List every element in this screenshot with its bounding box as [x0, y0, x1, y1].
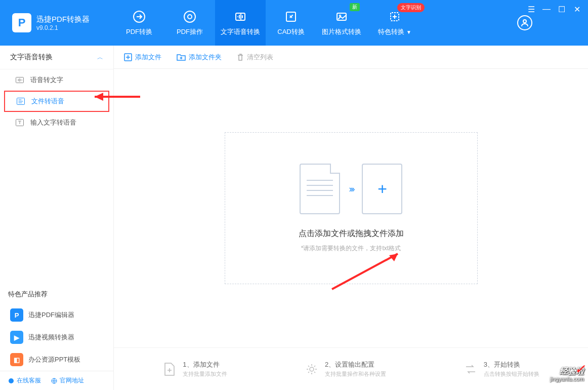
add-folder-button[interactable]: 添加文件夹	[177, 53, 222, 62]
plus-icon: +	[377, 180, 387, 199]
step-config: 2、设置输出配置 支持批量操作和各种设置	[305, 360, 386, 378]
document-icon	[300, 164, 340, 214]
convert-start-icon	[464, 362, 478, 376]
recommend-title: 特色产品推荐	[8, 290, 105, 299]
recommend-section: 特色产品推荐 P 迅捷PDF编辑器 ▶ 迅捷视频转换器 ◧ 办公资源PPT模板	[0, 284, 113, 371]
step-add-file: 1、添加文件 支持批量添加文件	[162, 360, 227, 378]
video-converter-icon: ▶	[10, 331, 23, 344]
nav-label: CAD转换	[277, 27, 304, 36]
header: P 迅捷PDF转换器 v9.0.2.1 PDF转换 PDF操作 文字语音转换 C…	[0, 0, 588, 46]
link-label: 在线客服	[17, 376, 41, 385]
file-plus-icon	[162, 362, 177, 376]
file-edit-icon	[16, 97, 25, 105]
svg-point-15	[310, 367, 314, 371]
nav-pdf-operate[interactable]: PDF操作	[164, 0, 215, 46]
nav-label: 特色转换▼	[378, 27, 411, 36]
nav-pdf-convert[interactable]: PDF转换	[114, 0, 164, 46]
convert-icon	[132, 9, 147, 24]
button-label: 添加文件夹	[189, 53, 222, 62]
svg-point-2	[188, 15, 192, 19]
nav-cad-convert[interactable]: CAD转换	[266, 0, 316, 46]
sidebar-item-label: 语音转文字	[30, 75, 63, 85]
recommend-label: 办公资源PPT模板	[28, 355, 80, 364]
sidebar-item-label: 输入文字转语音	[30, 118, 76, 127]
drop-box: › › › + 点击添加文件或拖拽文件添加 *请添加需要转换的文件，支持txt格…	[225, 132, 478, 284]
steps-bar: 1、添加文件 支持批量添加文件 2、设置输出配置 支持批量操作和各种设置 3、开…	[114, 347, 588, 390]
gear-icon	[305, 362, 319, 376]
recommend-video-converter[interactable]: ▶ 迅捷视频转换器	[8, 326, 105, 348]
app-name: 迅捷PDF转换器	[36, 14, 90, 24]
add-file-button[interactable]: 添加文件	[124, 53, 161, 62]
recommend-label: 迅捷PDF编辑器	[28, 310, 74, 320]
step-sub: 支持批量添加文件	[183, 370, 227, 378]
checkmark-icon: ✓	[575, 363, 585, 376]
drop-graphics: › › › +	[300, 164, 403, 214]
app-version: v9.0.2.1	[36, 24, 90, 31]
window-controls: ☰ — ☐ ✕	[527, 5, 581, 13]
app-logo-icon: P	[12, 13, 31, 32]
nav-special-convert[interactable]: 文字识别 特色转换▼	[367, 0, 423, 46]
drop-title: 点击添加文件或拖拽文件添加	[299, 228, 404, 239]
nav-label: 图片格式转换	[322, 27, 361, 36]
arrow-right-icon: › › ›	[349, 184, 353, 194]
chevron-up-icon: ︿	[97, 53, 103, 62]
svg-point-8	[523, 20, 526, 23]
main-area: 添加文件 添加文件夹 清空列表 › › › +	[114, 46, 588, 390]
nav-text-voice[interactable]: 文字语音转换	[215, 0, 266, 46]
add-target-icon: +	[362, 164, 402, 214]
svg-point-12	[9, 378, 14, 383]
svg-point-1	[184, 11, 195, 22]
ocr-badge: 文字识别	[397, 3, 425, 12]
new-badge: 新	[350, 3, 360, 11]
sidebar-item-voice-to-text[interactable]: 语音转文字	[0, 69, 113, 91]
button-label: 清空列表	[247, 53, 273, 62]
footer-links: 在线客服 官网地址	[0, 371, 113, 390]
step-title: 2、设置输出配置	[325, 360, 386, 369]
menu-icon[interactable]: ☰	[527, 5, 535, 13]
sidebar: 文字语音转换 ︿ 语音转文字 文件转语音 输入文字转语音 特色产品推荐 P 迅捷…	[0, 46, 114, 390]
step-title: 3、开始转换	[484, 360, 539, 369]
minimize-icon[interactable]: —	[542, 5, 551, 13]
sidebar-title: 文字语音转换	[10, 53, 53, 62]
text-input-icon	[15, 119, 24, 127]
sidebar-item-file-to-voice[interactable]: 文件转语音	[4, 91, 109, 112]
sidebar-list: 语音转文字 文件转语音 输入文字转语音	[0, 69, 113, 133]
recommend-ppt-template[interactable]: ◧ 办公资源PPT模板	[8, 348, 105, 371]
clear-list-button[interactable]: 清空列表	[237, 53, 273, 62]
nav-tabs: PDF转换 PDF操作 文字语音转换 CAD转换 新 图片格式转换 文字识别 特…	[114, 0, 423, 46]
button-label: 添加文件	[135, 53, 161, 62]
drop-subtitle: *请添加需要转换的文件，支持txt格式	[301, 244, 401, 253]
sidebar-item-label: 文件转语音	[31, 97, 64, 106]
nav-label: 文字语音转换	[221, 27, 260, 36]
step-sub: 点击转换按钮开始转换	[484, 370, 539, 378]
step-start: 3、开始转换 点击转换按钮开始转换	[464, 360, 539, 378]
sidebar-header[interactable]: 文字语音转换 ︿	[0, 46, 113, 69]
recommend-label: 迅捷视频转换器	[28, 333, 74, 342]
drop-area[interactable]: › › › + 点击添加文件或拖拽文件添加 *请添加需要转换的文件，支持txt格…	[114, 69, 588, 347]
step-sub: 支持批量操作和各种设置	[325, 370, 386, 378]
nav-label: PDF转换	[126, 27, 152, 36]
recommend-pdf-editor[interactable]: P 迅捷PDF编辑器	[8, 304, 105, 326]
user-avatar-icon[interactable]	[517, 15, 532, 30]
online-service-link[interactable]: 在线客服	[8, 376, 41, 385]
waveform-icon	[15, 76, 24, 84]
nav-label: PDF操作	[177, 27, 203, 36]
sidebar-item-input-to-voice[interactable]: 输入文字转语音	[0, 112, 113, 133]
audio-icon	[233, 9, 248, 24]
watermark: ✓ 经验啦 jingyanla.com	[550, 367, 584, 382]
image-icon	[334, 9, 349, 24]
nav-image-convert[interactable]: 新 图片格式转换	[316, 0, 367, 46]
cad-icon	[283, 9, 299, 24]
ppt-template-icon: ◧	[10, 353, 23, 366]
link-label: 官网地址	[60, 376, 84, 385]
gear-circle-icon	[182, 9, 197, 24]
chevron-down-icon: ▼	[406, 29, 411, 35]
official-site-link[interactable]: 官网地址	[51, 376, 84, 385]
logo-block: P 迅捷PDF转换器 v9.0.2.1	[0, 13, 114, 32]
watermark-url: jingyanla.com	[550, 376, 584, 382]
close-icon[interactable]: ✕	[573, 5, 581, 13]
maximize-icon[interactable]: ☐	[558, 5, 566, 13]
pdf-editor-icon: P	[10, 308, 23, 322]
toolbar: 添加文件 添加文件夹 清空列表	[114, 46, 588, 69]
step-title: 1、添加文件	[183, 360, 227, 369]
